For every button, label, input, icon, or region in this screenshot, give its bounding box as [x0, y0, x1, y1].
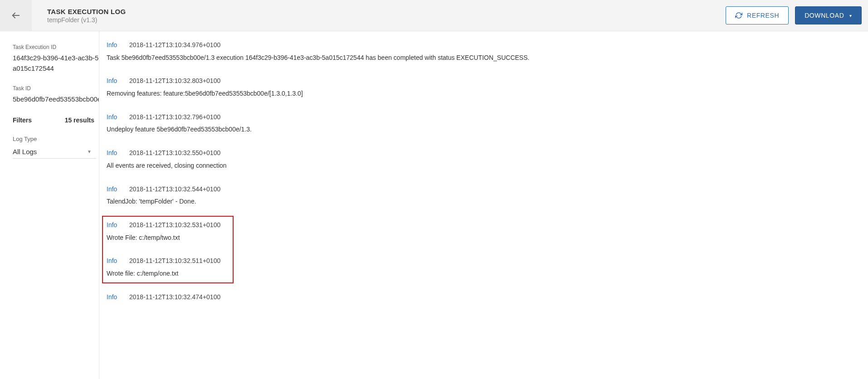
log-entry: Info2018-11-12T13:10:32.474+0100 — [107, 292, 861, 302]
page-title: TASK EXECUTION LOG — [47, 8, 726, 15]
log-entry: Info2018-11-12T13:10:32.531+0100Wrote Fi… — [107, 220, 861, 243]
download-button[interactable]: DOWNLOAD ▾ — [795, 6, 862, 24]
log-level: Info — [107, 185, 119, 194]
logtype-select[interactable]: All Logs ▼ — [13, 145, 96, 159]
log-level: Info — [107, 40, 119, 50]
body: Task Execution ID 164f3c29-b396-41e3-ac3… — [0, 31, 868, 379]
log-message: Task 5be96d0fb7eed53553bcb00e/1.3 execut… — [107, 53, 861, 63]
log-entry: Info2018-11-12T13:10:34.976+0100Task 5be… — [107, 40, 861, 63]
logtype-label: Log Type — [13, 136, 99, 142]
log-entry: Info2018-11-12T13:10:32.803+0100Removing… — [107, 76, 861, 98]
log-level: Info — [107, 220, 119, 230]
chevron-down-icon: ▼ — [87, 149, 92, 154]
log-level: Info — [107, 76, 119, 86]
log-timestamp: 2018-11-12T13:10:32.803+0100 — [129, 76, 220, 86]
log-timestamp: 2018-11-12T13:10:32.796+0100 — [129, 112, 220, 122]
header-titles: TASK EXECUTION LOG tempFolder (v1.3) — [32, 8, 726, 24]
log-head: Info2018-11-12T13:10:32.544+0100 — [107, 185, 861, 194]
log-message: Removing features: feature:5be96d0fb7eed… — [107, 89, 861, 99]
refresh-label: REFRESH — [747, 12, 779, 19]
log-content[interactable]: Info2018-11-12T13:10:34.976+0100Task 5be… — [99, 31, 868, 379]
log-head: Info2018-11-12T13:10:32.474+0100 — [107, 292, 861, 302]
filters-row: Filters 15 results — [13, 117, 99, 124]
log-message: All events are received, closing connect… — [107, 161, 861, 171]
log-message: Wrote File: c:/temp/two.txt — [107, 233, 861, 243]
refresh-button[interactable]: REFRESH — [726, 6, 789, 24]
log-level: Info — [107, 256, 119, 266]
results-count: 15 results — [65, 117, 94, 124]
header-actions: REFRESH DOWNLOAD ▾ — [726, 6, 868, 24]
log-entry: Info2018-11-12T13:10:32.511+0100Wrote fi… — [107, 256, 861, 278]
download-label: DOWNLOAD — [805, 12, 844, 19]
log-entry: Info2018-11-12T13:10:32.796+0100Undeploy… — [107, 112, 861, 135]
sidebar: Task Execution ID 164f3c29-b396-41e3-ac3… — [0, 31, 99, 379]
log-message: TalendJob: 'tempFolder' - Done. — [107, 197, 861, 207]
back-button[interactable] — [0, 0, 32, 31]
log-level: Info — [107, 112, 119, 122]
log-timestamp: 2018-11-12T13:10:32.474+0100 — [129, 292, 220, 302]
log-head: Info2018-11-12T13:10:32.803+0100 — [107, 76, 861, 86]
log-entry: Info2018-11-12T13:10:32.544+0100TalendJo… — [107, 185, 861, 207]
log-message: Wrote file: c:/temp/one.txt — [107, 269, 861, 279]
log-level: Info — [107, 148, 119, 158]
header-bar: TASK EXECUTION LOG tempFolder (v1.3) REF… — [0, 0, 868, 31]
task-id-label: Task ID — [13, 85, 99, 92]
filters-label: Filters — [13, 117, 32, 124]
log-head: Info2018-11-12T13:10:32.531+0100 — [107, 220, 861, 230]
log-entry: Info2018-11-12T13:10:32.550+0100All even… — [107, 148, 861, 170]
refresh-icon — [735, 12, 742, 19]
log-head: Info2018-11-12T13:10:32.796+0100 — [107, 112, 861, 122]
exec-id-value: 164f3c29-b396-41e3-ac3b-5a015c172544 — [13, 53, 99, 73]
log-timestamp: 2018-11-12T13:10:32.544+0100 — [129, 185, 220, 194]
exec-id-label: Task Execution ID — [13, 44, 99, 50]
task-id-value: 5be96d0fb7eed53553bcb00e — [13, 94, 99, 105]
arrow-left-icon — [11, 10, 21, 20]
log-head: Info2018-11-12T13:10:32.511+0100 — [107, 256, 861, 266]
log-message: Undeploy feature 5be96d0fb7eed53553bcb00… — [107, 125, 861, 135]
chevron-down-icon: ▾ — [849, 13, 852, 18]
log-head: Info2018-11-12T13:10:32.550+0100 — [107, 148, 861, 158]
logtype-value: All Logs — [13, 148, 37, 155]
log-level: Info — [107, 292, 119, 302]
log-timestamp: 2018-11-12T13:10:32.531+0100 — [129, 220, 220, 230]
log-head: Info2018-11-12T13:10:34.976+0100 — [107, 40, 861, 50]
log-timestamp: 2018-11-12T13:10:32.511+0100 — [129, 256, 220, 266]
log-timestamp: 2018-11-12T13:10:34.976+0100 — [129, 40, 220, 50]
page-subtitle: tempFolder (v1.3) — [47, 16, 726, 24]
log-timestamp: 2018-11-12T13:10:32.550+0100 — [129, 148, 220, 158]
